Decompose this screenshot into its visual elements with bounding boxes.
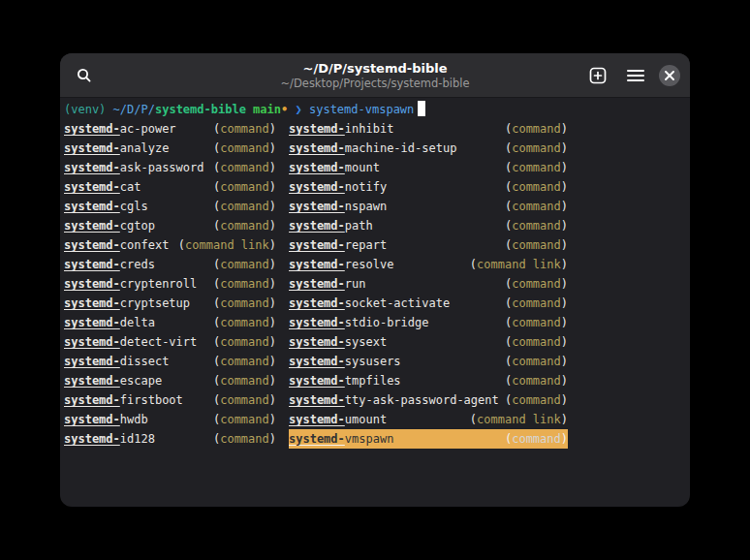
completion-item[interactable]: systemd-creds(command): [64, 255, 276, 274]
command-name: systemd-tmpfiles: [289, 371, 401, 390]
command-name: systemd-creds: [64, 255, 155, 274]
command-name: systemd-ask-password: [64, 158, 204, 177]
completion-tag: (command): [505, 352, 568, 371]
command-name: systemd-machine-id-setup: [289, 139, 456, 158]
completion-row: systemd-cat(command)systemd-notify(comma…: [64, 177, 686, 197]
command-name: systemd-umount: [289, 410, 387, 429]
prompt-path-name: systemd-bible: [155, 103, 246, 116]
command-name: systemd-nspawn: [289, 197, 387, 216]
command-name: systemd-cryptsetup: [64, 294, 190, 313]
completion-item[interactable]: systemd-ask-password(command): [64, 158, 276, 177]
completion-tag: (command): [213, 119, 276, 139]
completion-item[interactable]: systemd-nspawn(command): [289, 197, 568, 216]
completion-row: systemd-firstboot(command)systemd-tty-as…: [64, 390, 686, 410]
command-name: systemd-cgls: [64, 197, 148, 216]
command-name: systemd-hwdb: [64, 410, 148, 429]
completion-item[interactable]: systemd-confext(command link): [64, 235, 276, 255]
completion-item[interactable]: systemd-hwdb(command): [64, 410, 276, 429]
command-name: systemd-tty-ask-password-agent: [289, 390, 499, 410]
completion-tag: (command): [213, 371, 276, 390]
new-tab-button[interactable]: [583, 61, 612, 90]
git-branch: main: [253, 103, 281, 116]
completion-item[interactable]: systemd-delta(command): [64, 313, 276, 332]
command-name: systemd-notify: [289, 177, 387, 197]
completion-tag: (command): [505, 119, 568, 139]
command-name: systemd-escape: [64, 371, 162, 390]
completion-tag: (command): [213, 158, 276, 177]
titlebar[interactable]: ~/D/P/systemd-bible ~/Desktop/Projects/s…: [60, 53, 690, 98]
completion-item[interactable]: systemd-detect-virt(command): [64, 332, 276, 352]
completion-item[interactable]: systemd-run(command): [289, 274, 568, 294]
search-icon: [76, 67, 93, 84]
completion-row: systemd-ac-power(command)systemd-inhibit…: [64, 119, 686, 139]
command-name: systemd-id128: [64, 429, 155, 449]
completion-item[interactable]: systemd-umount(command link): [289, 410, 568, 429]
completion-item[interactable]: systemd-cat(command): [64, 177, 276, 197]
command-name: systemd-confext: [64, 235, 169, 255]
completion-item[interactable]: systemd-repart(command): [289, 235, 568, 255]
completion-tag: (command): [213, 274, 276, 294]
completion-item[interactable]: systemd-resolve(command link): [289, 255, 568, 274]
completion-item[interactable]: systemd-cryptenroll(command): [64, 274, 276, 294]
completion-item[interactable]: systemd-tmpfiles(command): [289, 371, 568, 390]
close-button[interactable]: [659, 65, 680, 86]
command-name: systemd-path: [289, 216, 373, 235]
completion-tag: (command): [505, 274, 568, 294]
completion-item[interactable]: systemd-machine-id-setup(command): [289, 139, 568, 158]
command-name: systemd-repart: [289, 235, 387, 255]
search-button[interactable]: [70, 61, 99, 90]
command-name: systemd-cgtop: [64, 216, 155, 235]
completion-item[interactable]: systemd-notify(command): [289, 177, 568, 197]
command-name: systemd-dissect: [64, 352, 169, 371]
completion-item[interactable]: systemd-path(command): [289, 216, 568, 235]
menu-button[interactable]: [621, 61, 650, 90]
completion-item[interactable]: systemd-ac-power(command): [64, 119, 276, 139]
completion-item[interactable]: systemd-sysusers(command): [289, 352, 568, 371]
command-name: systemd-mount: [289, 158, 380, 177]
completion-tag: (command): [505, 332, 568, 352]
command-name: systemd-sysusers: [289, 352, 401, 371]
completion-item[interactable]: systemd-mount(command): [289, 158, 568, 177]
completion-tag: (command): [505, 235, 568, 255]
completion-tag: (command link): [470, 410, 568, 429]
completion-item[interactable]: systemd-stdio-bridge(command): [289, 313, 568, 332]
completion-item[interactable]: systemd-cryptsetup(command): [64, 294, 276, 313]
completion-item[interactable]: systemd-tty-ask-password-agent(command): [289, 390, 568, 410]
completion-tag: (command link): [470, 255, 568, 274]
completion-row: systemd-escape(command)systemd-tmpfiles(…: [64, 371, 686, 390]
text-cursor: [418, 101, 425, 116]
completion-item[interactable]: systemd-cgtop(command): [64, 216, 276, 235]
completion-tag: (command): [505, 158, 568, 177]
completion-tag: (command): [213, 216, 276, 235]
completion-tag: (command): [505, 139, 568, 158]
completion-item-selected[interactable]: systemd-vmspawn(command): [289, 429, 568, 449]
menu-icon: [627, 69, 644, 82]
command-name: systemd-ac-power: [64, 119, 176, 139]
command-name: systemd-resolve: [289, 255, 393, 274]
command-name: systemd-delta: [64, 313, 155, 332]
completion-tag: (command): [213, 429, 276, 449]
completion-item[interactable]: systemd-id128(command): [64, 429, 276, 449]
completion-row: systemd-creds(command)systemd-resolve(co…: [64, 255, 686, 274]
completion-item[interactable]: systemd-escape(command): [64, 371, 276, 390]
completion-tag: (command): [213, 352, 276, 371]
completion-item[interactable]: systemd-firstboot(command): [64, 390, 276, 410]
completion-item[interactable]: systemd-cgls(command): [64, 197, 276, 216]
completion-item[interactable]: systemd-inhibit(command): [289, 119, 568, 139]
completion-item[interactable]: systemd-sysext(command): [289, 332, 568, 352]
completion-tag: (command): [213, 332, 276, 352]
venv-indicator: (venv): [64, 103, 106, 116]
terminal-content[interactable]: (venv) ~/D/P/systemd-bible main• ❯ syste…: [60, 98, 690, 507]
completion-item[interactable]: systemd-socket-activate(command): [289, 294, 568, 313]
completion-tag: (command): [213, 313, 276, 332]
completion-tag: (command): [213, 255, 276, 274]
completion-item[interactable]: systemd-dissect(command): [64, 352, 276, 371]
prompt-line: (venv) ~/D/P/systemd-bible main• ❯ syste…: [64, 100, 686, 119]
completion-tag: (command): [213, 390, 276, 410]
close-icon: [665, 71, 674, 80]
completion-tag: (command): [213, 177, 276, 197]
completion-row: systemd-hwdb(command)systemd-umount(comm…: [64, 410, 686, 429]
completion-item[interactable]: systemd-analyze(command): [64, 139, 276, 158]
completion-row: systemd-analyze(command)systemd-machine-…: [64, 139, 686, 158]
command-name: systemd-analyze: [64, 139, 169, 158]
